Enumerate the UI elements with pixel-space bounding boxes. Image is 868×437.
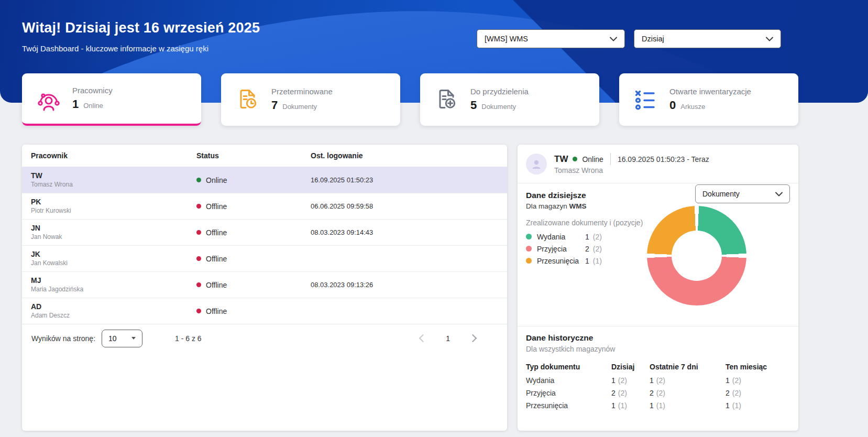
stat-card-overdue[interactable]: Przeterminowane 7 Dokumenty [221,73,400,126]
page-title: Witaj! Dzisiaj jest 16 wrzesień 2025 [22,20,260,36]
employee-details-panel: TW Online 16.09.2025 01:50:23 - Teraz To… [518,145,798,431]
stat-card-value: 0 [669,99,676,112]
stat-card-to-assign[interactable]: Do przydzielenia 5 Dokumenty [420,73,599,126]
warehouse-select-value: [WMS] WMS [485,35,528,43]
employee-row[interactable]: PK Piotr Kurowski Offline 06.06.2025 09:… [22,193,507,219]
checklist-icon [633,87,658,112]
employee-name: Maria Jagodzińska [31,286,196,293]
history-column-header: Typ dokumentu [526,363,611,376]
status-label: Offline [206,255,227,263]
history-positions: (2) [656,376,665,385]
column-header-status: Status [196,151,311,160]
employee-name: Jan Kowalski [31,259,196,267]
avatar [526,154,547,174]
chevron-down-icon [766,37,773,41]
history-column-header: Dzisiaj [611,363,650,376]
employee-row[interactable]: JK Jan Kowalski Offline [22,245,507,271]
document-type-value: Dokumenty [702,190,740,198]
legend-value: 1 [585,257,589,265]
history-section-title: Dane historyczne [526,333,593,343]
employee-row[interactable]: AD Adam Deszcz Offline [22,298,507,324]
table-pagination: Wyników na stronę: 10 1 - 6 z 6 1 [22,324,507,352]
stat-card-label: Dokumenty [282,103,317,111]
previous-page-icon[interactable] [419,334,427,343]
stat-card-employees[interactable]: Pracownicy 1 Online [22,73,201,126]
history-positions: (2) [618,376,627,385]
legend-value: 1 [585,233,589,241]
history-value: 2 [726,389,730,397]
page-number[interactable]: 1 [446,334,450,343]
stat-card-value: 1 [72,97,79,111]
history-value: 1 [611,376,616,385]
per-page-label: Wyników na stronę: [31,334,95,343]
history-column-header: Ten miesiąc [726,363,791,376]
legend-item: Wydania 1 (2) [526,231,602,243]
status-dot-icon [196,256,201,261]
last-login: 06.06.2025 09:59:58 [311,202,507,210]
stat-card-title: Otwarte inwentaryzacje [669,87,751,96]
status-label: Offline [206,202,227,211]
employee-row[interactable]: JN Jan Nowak Offline 08.03.2023 09:14:43 [22,219,507,245]
per-page-select[interactable]: 10 [102,330,142,347]
legend-dot [526,246,532,252]
employee-initials: PK [31,198,196,206]
history-column-header: Ostatnie 7 dni [650,363,726,376]
status-label: Offline [206,228,227,237]
history-doc-type: Wydania [526,376,611,389]
chevron-down-icon [775,192,783,196]
profile-status: Online [582,155,603,163]
next-page-icon[interactable] [469,334,477,343]
status-dot-icon [196,282,201,287]
chart-legend: Wydania 1 (2) Przyjęcia 2 (2) Przesunięc… [526,231,602,267]
employee-row[interactable]: TW Tomasz Wrona Online 16.09.2025 01:50:… [22,167,507,193]
employees-table-header: Pracownik Status Ost. logowanie [22,145,507,167]
legend-label: Przyjęcia [537,245,585,253]
last-login: 08.03.2023 09:14:43 [311,228,507,236]
document-plus-icon [434,87,459,112]
stat-card-value: 7 [271,99,278,112]
employee-name: Adam Deszcz [31,312,196,320]
legend-dot [526,234,532,239]
employee-initials: TW [31,171,196,180]
legend-title: Zrealizowane dokumenty i (pozycje) [526,218,643,227]
status-dot-icon [196,178,201,182]
online-dot-icon [573,157,577,161]
employee-row[interactable]: MJ Maria Jagodzińska Offline 08.03.2023 … [22,271,507,298]
period-select[interactable]: Dzisiaj [634,29,781,48]
stat-card-open-inventories[interactable]: Otwarte inwentaryzacje 0 Arkusze [619,73,798,126]
history-positions: (2) [732,389,741,397]
per-page-value: 10 [108,334,117,343]
employee-initials: AD [31,302,196,311]
people-icon [36,86,61,111]
stat-card-title: Przeterminowane [271,87,333,96]
legend-item: Przyjęcia 2 (2) [526,243,602,255]
status-label: Online [206,176,227,184]
pagination-range: 1 - 6 z 6 [175,334,202,343]
period-select-value: Dzisiaj [642,35,664,43]
status-dot-icon [196,309,201,313]
today-section-title: Dane dzisiejsze [526,191,586,200]
last-login: 08.03.2023 09:13:26 [311,281,507,289]
status-dot-icon [196,230,201,235]
history-value: 1 [650,401,654,410]
warehouse-select[interactable]: [WMS] WMS [477,29,625,48]
history-positions: (2) [732,376,741,385]
history-value: 2 [650,389,654,397]
stat-card-value: 5 [470,99,477,112]
status-label: Offline [206,281,227,289]
caret-down-icon [131,337,136,340]
status-dot-icon [196,204,201,209]
history-doc-type: Przesunięcia [526,401,611,414]
legend-positions: (1) [593,257,602,265]
status-label: Offline [206,307,227,315]
profile-session: 16.09.2025 01:50:23 - Teraz [618,155,709,163]
section-divider [518,326,798,326]
column-header-employee: Pracownik [31,151,196,160]
column-header-last-login: Ost. logowanie [311,151,507,160]
profile-header: TW Online 16.09.2025 01:50:23 - Teraz To… [518,145,798,183]
legend-label: Przesunięcia [537,257,585,265]
history-value: 2 [611,389,616,397]
employee-name: Tomasz Wrona [31,181,196,189]
history-section-subtitle: Dla wszystkich magazynów [526,345,615,353]
document-type-select[interactable]: Dokumenty [695,184,790,203]
